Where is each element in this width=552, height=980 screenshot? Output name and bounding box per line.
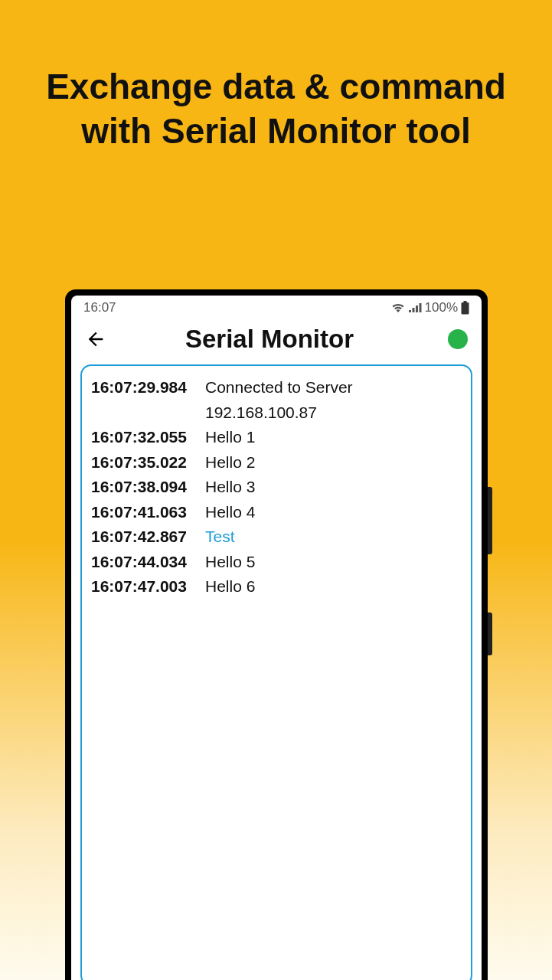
status-right: 100%: [391, 300, 469, 315]
log-timestamp: 16:07:29.984: [91, 375, 202, 400]
log-row: 16:07:47.003Hello 6: [91, 574, 462, 599]
connection-status-indicator: [448, 329, 468, 349]
log-timestamp: 16:07:38.094: [91, 475, 202, 500]
log-message: Hello 6: [202, 574, 462, 599]
log-row: 16:07:35.022Hello 2: [91, 450, 462, 475]
log-message: Hello 5: [202, 550, 462, 575]
svg-rect-2: [416, 305, 418, 312]
page-title: Serial Monitor: [91, 325, 448, 354]
log-row: 16:07:29.984Connected to Server 192.168.…: [91, 375, 462, 425]
battery-icon: [461, 301, 469, 315]
phone-frame: 16:07 100% Serial Monitor 16:07:29: [65, 289, 488, 980]
log-message: Hello 1: [202, 425, 462, 450]
phone-side-button: [488, 612, 492, 655]
log-timestamp: 16:07:42.867: [91, 524, 202, 550]
log-message: Hello 4: [202, 500, 462, 525]
signal-icon: [408, 302, 422, 313]
log-timestamp: 16:07:44.034: [91, 550, 202, 575]
battery-percent: 100%: [425, 300, 458, 315]
phone-screen: 16:07 100% Serial Monitor 16:07:29: [71, 296, 482, 980]
log-row: 16:07:41.063Hello 4: [91, 500, 462, 525]
promo-heading: Exchange data & command with Serial Moni…: [0, 0, 552, 153]
svg-rect-4: [464, 301, 467, 302]
svg-rect-0: [409, 310, 411, 312]
log-message: Connected to Server 192.168.100.87: [202, 375, 462, 425]
log-row: 16:07:32.055Hello 1: [91, 425, 462, 450]
svg-rect-5: [462, 302, 469, 315]
wifi-icon: [391, 302, 405, 313]
log-row: 16:07:44.034Hello 5: [91, 550, 462, 575]
log-message: Hello 2: [202, 450, 462, 475]
log-timestamp: 16:07:35.022: [91, 450, 202, 475]
phone-side-button: [488, 487, 492, 554]
serial-monitor-output[interactable]: 16:07:29.984Connected to Server 192.168.…: [80, 364, 472, 980]
svg-rect-1: [412, 308, 414, 312]
app-bar: Serial Monitor: [71, 317, 482, 364]
status-bar: 16:07 100%: [71, 296, 482, 317]
log-timestamp: 16:07:32.055: [91, 425, 202, 450]
log-row: 16:07:38.094Hello 3: [91, 475, 462, 500]
log-timestamp: 16:07:47.003: [91, 574, 202, 599]
log-message: Hello 3: [202, 475, 462, 500]
log-timestamp: 16:07:41.063: [91, 500, 202, 525]
log-message: Test: [202, 524, 462, 550]
status-time: 16:07: [83, 300, 116, 315]
svg-rect-3: [419, 303, 421, 312]
log-row: 16:07:42.867Test: [91, 524, 462, 550]
